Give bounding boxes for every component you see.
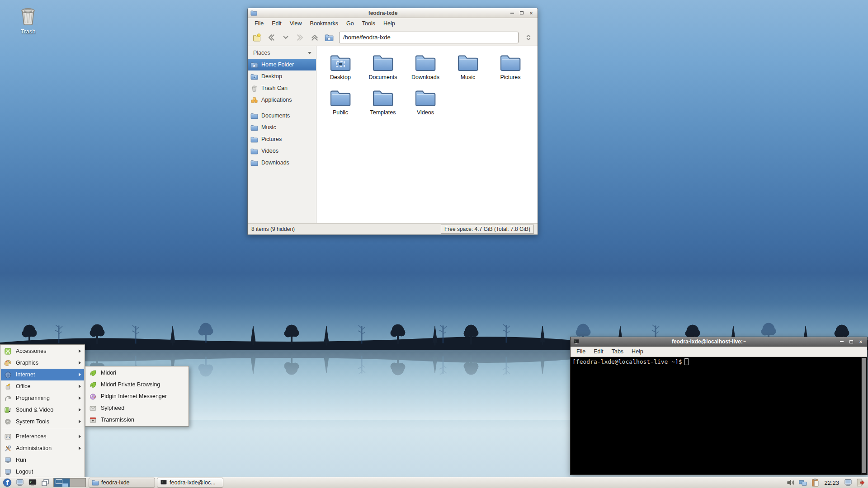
- app-menu-item[interactable]: Administration: [1, 442, 84, 454]
- folder-item[interactable]: Pictures: [489, 52, 532, 87]
- clock[interactable]: 22:23: [823, 479, 840, 486]
- app-menu-item[interactable]: Sound & Video: [1, 404, 84, 416]
- clipboard-icon[interactable]: [811, 478, 820, 487]
- taskbar-task-button[interactable]: feodra-lxde@loc...: [157, 478, 223, 488]
- logout-icon[interactable]: [856, 478, 865, 487]
- file-manager-window: feodra-lxde × FileEditViewBookmarksGoToo…: [247, 8, 538, 235]
- folder-item[interactable]: Music: [447, 52, 489, 87]
- app-menu-item[interactable]: Internet: [1, 369, 84, 380]
- places-collapse-icon[interactable]: [308, 52, 311, 54]
- sidebar-place[interactable]: Home Folder: [248, 59, 316, 70]
- close-button[interactable]: ×: [857, 338, 864, 345]
- folder-item[interactable]: Documents: [362, 52, 404, 87]
- terminal-icon: [28, 478, 37, 487]
- folder-icon: [250, 159, 258, 167]
- taskbar: feodra-lxde feodra-lxde@loc... 22:23: [0, 477, 868, 488]
- folder-item[interactable]: Videos: [404, 87, 447, 122]
- menubar-item[interactable]: File: [250, 19, 268, 28]
- app-menu-item[interactable]: Office: [1, 380, 84, 392]
- file-manager-launcher[interactable]: [14, 478, 25, 488]
- desktop-trash-icon[interactable]: Trash: [10, 5, 46, 35]
- folder-icon: [250, 9, 257, 16]
- sidebar-place[interactable]: Documents: [248, 110, 316, 122]
- app-menu-item[interactable]: Run: [1, 454, 84, 466]
- fm-window-title: feodra-lxde: [259, 10, 506, 16]
- app-menu-item[interactable]: Graphics: [1, 357, 84, 369]
- close-button[interactable]: ×: [528, 10, 535, 16]
- terminal-body[interactable]: [feodra-lxde@localhost-live ~]$: [571, 357, 867, 474]
- menubar-item[interactable]: View: [286, 19, 306, 28]
- fm-titlebar[interactable]: feodra-lxde ×: [248, 8, 538, 18]
- maximize-button[interactable]: [848, 338, 855, 345]
- fm-body: Places Home Folder Desktop Trash Can: [248, 46, 538, 223]
- menubar-item[interactable]: Help: [627, 347, 647, 356]
- computer-icon: [15, 478, 24, 487]
- pager-window-1: [56, 479, 62, 484]
- terminal-titlebar[interactable]: feodra-lxde@localhost-live:~ ×: [571, 337, 867, 347]
- fm-toolbar: [248, 29, 538, 46]
- transmission-icon: [89, 416, 97, 424]
- pane-toggle-icon[interactable]: [524, 33, 533, 42]
- sidebar-place[interactable]: Videos: [248, 145, 316, 157]
- folder-item[interactable]: Public: [319, 87, 362, 122]
- graphics-icon: [4, 359, 12, 367]
- submenu-item[interactable]: Pidgin Internet Messenger: [86, 390, 188, 402]
- submenu-item[interactable]: Midori Private Browsing: [86, 379, 188, 390]
- display-icon[interactable]: [844, 478, 853, 487]
- scrollbar-thumb[interactable]: [862, 358, 866, 473]
- sidebar-place[interactable]: Music: [248, 122, 316, 133]
- minimize-button[interactable]: [838, 338, 845, 345]
- app-menu-item[interactable]: Logout: [1, 466, 84, 478]
- history-chevron-down-icon[interactable]: [281, 33, 290, 42]
- back-icon[interactable]: [267, 33, 276, 42]
- pager-desktop-2[interactable]: [70, 479, 86, 487]
- menubar-item[interactable]: Tabs: [608, 347, 627, 356]
- sidebar-place[interactable]: Desktop: [248, 70, 316, 82]
- menubar-item[interactable]: File: [572, 347, 590, 356]
- menubar-item[interactable]: Bookmarks: [306, 19, 343, 28]
- network-icon[interactable]: [798, 478, 807, 487]
- sidebar-place[interactable]: Applications: [248, 94, 316, 106]
- folder-item[interactable]: Desktop: [319, 52, 362, 87]
- menubar-item[interactable]: Edit: [268, 19, 286, 28]
- sidebar-place[interactable]: Pictures: [248, 133, 316, 145]
- folder-item[interactable]: Downloads: [404, 52, 447, 87]
- separator: [248, 106, 316, 110]
- desktop-folder-icon: [250, 73, 258, 80]
- maximize-button[interactable]: [518, 10, 525, 16]
- terminal-menubar: FileEditTabsHelp: [571, 347, 867, 357]
- submenu-arrow-icon: [79, 373, 81, 376]
- menubar-item[interactable]: Help: [379, 19, 399, 28]
- terminal-scrollbar[interactable]: [861, 357, 867, 474]
- start-menu-button[interactable]: [1, 478, 13, 488]
- sidebar-place[interactable]: Trash Can: [248, 82, 316, 94]
- up-icon[interactable]: [310, 33, 319, 42]
- volume-icon[interactable]: [786, 478, 795, 487]
- app-menu-item[interactable]: Programming: [1, 392, 84, 404]
- system-tray: 22:23: [786, 478, 867, 487]
- new-tab-icon[interactable]: [252, 33, 261, 42]
- sound-video-icon: [4, 406, 12, 414]
- app-menu-item[interactable]: Accessories: [1, 345, 84, 357]
- menubar-item[interactable]: Edit: [590, 347, 608, 356]
- iconify-all-button[interactable]: [39, 478, 51, 488]
- pager-desktop-1[interactable]: [54, 479, 70, 487]
- app-menu-item[interactable]: System Tools: [1, 416, 84, 427]
- folder-item[interactable]: Templates: [362, 87, 404, 122]
- submenu-item[interactable]: Midori: [86, 367, 188, 379]
- submenu-item[interactable]: Transmission: [86, 414, 188, 426]
- terminal-launcher[interactable]: [27, 478, 38, 488]
- menubar-item[interactable]: Tools: [358, 19, 379, 28]
- forward-icon[interactable]: [296, 33, 305, 42]
- path-input[interactable]: [339, 32, 519, 43]
- taskbar-task-button[interactable]: feodra-lxde: [89, 478, 155, 488]
- desktop-pager[interactable]: [53, 478, 86, 487]
- submenu-item[interactable]: Sylpheed: [86, 402, 188, 414]
- minimize-button[interactable]: [509, 10, 516, 16]
- app-menu-item[interactable]: Preferences: [1, 431, 84, 442]
- sidebar-place[interactable]: Downloads: [248, 157, 316, 169]
- office-icon: [4, 383, 12, 390]
- home-icon[interactable]: [325, 33, 334, 42]
- menubar-item[interactable]: Go: [342, 19, 358, 28]
- preferences-icon: [4, 433, 12, 441]
